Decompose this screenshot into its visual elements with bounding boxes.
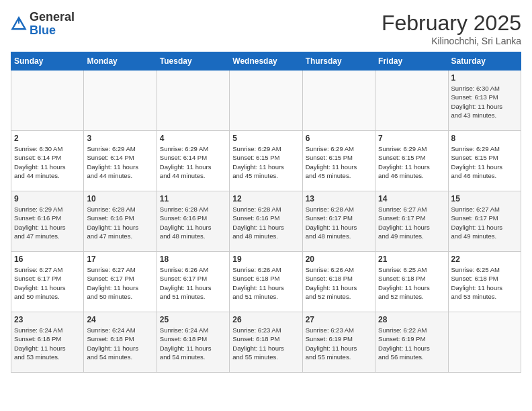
calendar-cell: 4Sunrise: 6:29 AM Sunset: 6:14 PM Daylig… bbox=[157, 131, 229, 191]
day-info: Sunrise: 6:29 AM Sunset: 6:15 PM Dayligh… bbox=[451, 144, 518, 180]
day-info: Sunrise: 6:29 AM Sunset: 6:15 PM Dayligh… bbox=[378, 144, 445, 180]
calendar-cell: 18Sunrise: 6:26 AM Sunset: 6:17 PM Dayli… bbox=[157, 252, 229, 312]
calendar-cell: 16Sunrise: 6:27 AM Sunset: 6:17 PM Dayli… bbox=[11, 252, 84, 312]
calendar-cell: 25Sunrise: 6:24 AM Sunset: 6:18 PM Dayli… bbox=[157, 312, 229, 373]
calendar-cell: 9Sunrise: 6:29 AM Sunset: 6:16 PM Daylig… bbox=[11, 191, 84, 252]
day-info: Sunrise: 6:23 AM Sunset: 6:19 PM Dayligh… bbox=[306, 326, 372, 361]
day-number: 13 bbox=[306, 194, 372, 203]
calendar-cell: 27Sunrise: 6:23 AM Sunset: 6:19 PM Dayli… bbox=[302, 312, 375, 373]
day-number: 17 bbox=[87, 255, 153, 264]
title-block: February 2025 Kilinochchi, Sri Lanka bbox=[382, 11, 521, 46]
calendar-cell: 13Sunrise: 6:28 AM Sunset: 6:17 PM Dayli… bbox=[302, 191, 375, 252]
day-info: Sunrise: 6:29 AM Sunset: 6:16 PM Dayligh… bbox=[14, 205, 81, 240]
day-number: 18 bbox=[160, 255, 226, 264]
day-number: 16 bbox=[14, 255, 81, 264]
calendar-cell: 20Sunrise: 6:26 AM Sunset: 6:18 PM Dayli… bbox=[302, 252, 375, 312]
day-number: 21 bbox=[378, 255, 445, 264]
day-info: Sunrise: 6:30 AM Sunset: 6:13 PM Dayligh… bbox=[451, 84, 518, 120]
weekday-header-friday: Friday bbox=[375, 52, 448, 71]
day-info: Sunrise: 6:26 AM Sunset: 6:17 PM Dayligh… bbox=[160, 265, 226, 301]
day-number: 6 bbox=[306, 134, 372, 143]
calendar-table: SundayMondayTuesdayWednesdayThursdayFrid… bbox=[11, 52, 521, 373]
calendar-cell: 15Sunrise: 6:27 AM Sunset: 6:17 PM Dayli… bbox=[448, 191, 521, 252]
calendar-cell bbox=[375, 71, 448, 131]
day-number: 22 bbox=[451, 255, 518, 264]
calendar-cell: 23Sunrise: 6:24 AM Sunset: 6:18 PM Dayli… bbox=[11, 312, 84, 373]
day-info: Sunrise: 6:30 AM Sunset: 6:14 PM Dayligh… bbox=[14, 144, 81, 180]
weekday-header-wednesday: Wednesday bbox=[230, 52, 302, 71]
day-number: 11 bbox=[160, 194, 226, 203]
day-number: 8 bbox=[451, 134, 518, 143]
day-number: 4 bbox=[160, 134, 226, 143]
day-number: 1 bbox=[451, 73, 518, 83]
calendar-cell: 7Sunrise: 6:29 AM Sunset: 6:15 PM Daylig… bbox=[375, 131, 448, 191]
calendar-cell: 28Sunrise: 6:22 AM Sunset: 6:19 PM Dayli… bbox=[375, 312, 448, 373]
calendar-cell bbox=[157, 71, 229, 131]
day-info: Sunrise: 6:25 AM Sunset: 6:18 PM Dayligh… bbox=[451, 265, 518, 301]
calendar-cell: 11Sunrise: 6:28 AM Sunset: 6:16 PM Dayli… bbox=[157, 191, 229, 252]
calendar-cell bbox=[11, 71, 84, 131]
weekday-header-tuesday: Tuesday bbox=[157, 52, 229, 71]
day-number: 9 bbox=[14, 194, 81, 203]
day-number: 25 bbox=[160, 315, 226, 324]
day-info: Sunrise: 6:22 AM Sunset: 6:19 PM Dayligh… bbox=[378, 326, 445, 361]
logo-blue: Blue bbox=[30, 24, 75, 38]
day-number: 28 bbox=[378, 315, 445, 324]
day-info: Sunrise: 6:28 AM Sunset: 6:17 PM Dayligh… bbox=[306, 205, 372, 240]
logo-general: General bbox=[30, 11, 75, 24]
day-info: Sunrise: 6:25 AM Sunset: 6:18 PM Dayligh… bbox=[378, 265, 445, 301]
calendar-cell: 6Sunrise: 6:29 AM Sunset: 6:15 PM Daylig… bbox=[302, 131, 375, 191]
calendar-cell: 10Sunrise: 6:28 AM Sunset: 6:16 PM Dayli… bbox=[84, 191, 157, 252]
day-info: Sunrise: 6:29 AM Sunset: 6:15 PM Dayligh… bbox=[232, 144, 299, 180]
day-info: Sunrise: 6:26 AM Sunset: 6:18 PM Dayligh… bbox=[306, 265, 372, 301]
day-number: 5 bbox=[232, 134, 299, 143]
day-number: 10 bbox=[87, 194, 153, 203]
day-number: 7 bbox=[378, 134, 445, 143]
day-info: Sunrise: 6:27 AM Sunset: 6:17 PM Dayligh… bbox=[14, 265, 81, 301]
logo: General Blue bbox=[11, 11, 75, 38]
day-number: 26 bbox=[232, 315, 299, 324]
day-info: Sunrise: 6:27 AM Sunset: 6:17 PM Dayligh… bbox=[87, 265, 153, 301]
calendar-cell bbox=[302, 71, 375, 131]
calendar-cell: 21Sunrise: 6:25 AM Sunset: 6:18 PM Dayli… bbox=[375, 252, 448, 312]
calendar-cell: 2Sunrise: 6:30 AM Sunset: 6:14 PM Daylig… bbox=[11, 131, 84, 191]
calendar-cell: 14Sunrise: 6:27 AM Sunset: 6:17 PM Dayli… bbox=[375, 191, 448, 252]
day-number: 15 bbox=[451, 194, 518, 203]
day-number: 19 bbox=[232, 255, 299, 264]
calendar-cell: 19Sunrise: 6:26 AM Sunset: 6:18 PM Dayli… bbox=[230, 252, 302, 312]
calendar-cell: 22Sunrise: 6:25 AM Sunset: 6:18 PM Dayli… bbox=[448, 252, 521, 312]
weekday-header-monday: Monday bbox=[84, 52, 157, 71]
calendar-cell bbox=[230, 71, 302, 131]
weekday-header-saturday: Saturday bbox=[448, 52, 521, 71]
day-number: 20 bbox=[306, 255, 372, 264]
weekday-header-thursday: Thursday bbox=[302, 52, 375, 71]
day-info: Sunrise: 6:26 AM Sunset: 6:18 PM Dayligh… bbox=[232, 265, 299, 301]
calendar-cell: 1Sunrise: 6:30 AM Sunset: 6:13 PM Daylig… bbox=[448, 71, 521, 131]
calendar-cell: 26Sunrise: 6:23 AM Sunset: 6:18 PM Dayli… bbox=[230, 312, 302, 373]
day-info: Sunrise: 6:27 AM Sunset: 6:17 PM Dayligh… bbox=[451, 205, 518, 240]
day-number: 3 bbox=[87, 134, 153, 143]
calendar-cell: 24Sunrise: 6:24 AM Sunset: 6:18 PM Dayli… bbox=[84, 312, 157, 373]
day-number: 27 bbox=[306, 315, 372, 324]
day-info: Sunrise: 6:28 AM Sunset: 6:16 PM Dayligh… bbox=[232, 205, 299, 240]
calendar-cell: 17Sunrise: 6:27 AM Sunset: 6:17 PM Dayli… bbox=[84, 252, 157, 312]
calendar-cell: 3Sunrise: 6:29 AM Sunset: 6:14 PM Daylig… bbox=[84, 131, 157, 191]
day-info: Sunrise: 6:29 AM Sunset: 6:14 PM Dayligh… bbox=[160, 144, 226, 180]
calendar-cell: 12Sunrise: 6:28 AM Sunset: 6:16 PM Dayli… bbox=[230, 191, 302, 252]
day-info: Sunrise: 6:28 AM Sunset: 6:16 PM Dayligh… bbox=[87, 205, 153, 240]
logo-icon bbox=[11, 16, 27, 32]
day-info: Sunrise: 6:29 AM Sunset: 6:15 PM Dayligh… bbox=[306, 144, 372, 180]
day-info: Sunrise: 6:28 AM Sunset: 6:16 PM Dayligh… bbox=[160, 205, 226, 240]
day-info: Sunrise: 6:29 AM Sunset: 6:14 PM Dayligh… bbox=[87, 144, 153, 180]
day-number: 2 bbox=[14, 134, 81, 143]
page-header: General Blue February 2025 Kilinochchi, … bbox=[11, 11, 521, 46]
calendar-cell: 8Sunrise: 6:29 AM Sunset: 6:15 PM Daylig… bbox=[448, 131, 521, 191]
calendar-cell bbox=[448, 312, 521, 373]
calendar-cell: 5Sunrise: 6:29 AM Sunset: 6:15 PM Daylig… bbox=[230, 131, 302, 191]
day-number: 24 bbox=[87, 315, 153, 324]
day-number: 12 bbox=[232, 194, 299, 203]
day-info: Sunrise: 6:24 AM Sunset: 6:18 PM Dayligh… bbox=[160, 326, 226, 361]
day-info: Sunrise: 6:24 AM Sunset: 6:18 PM Dayligh… bbox=[14, 326, 81, 361]
day-number: 14 bbox=[378, 194, 445, 203]
calendar-subtitle: Kilinochchi, Sri Lanka bbox=[382, 36, 521, 46]
